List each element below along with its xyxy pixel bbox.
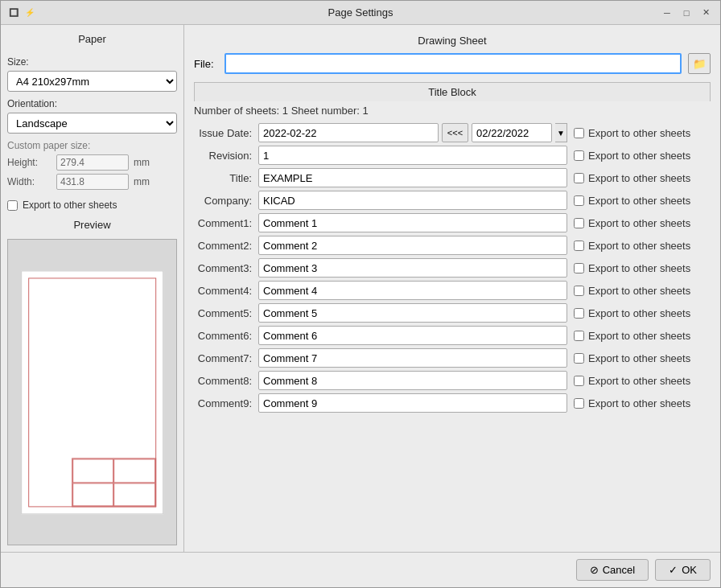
right-panel: Drawing Sheet File: 📁 Title Block Number… (184, 25, 720, 552)
export-checkbox-2[interactable] (574, 173, 584, 183)
field-label-9: Comment6: (194, 330, 252, 342)
left-export-label: Export to other sheets (23, 199, 117, 211)
ok-button[interactable]: ✓ OK (655, 559, 711, 581)
custom-size-section: Custom paper size: Height: mm Width: mm (7, 140, 177, 190)
close-button[interactable]: ✕ (698, 5, 714, 21)
field-label-5: Comment2: (194, 240, 252, 252)
field-input-11[interactable] (258, 371, 567, 390)
export-label-12: Export to other sheets (574, 397, 711, 409)
field-input-1[interactable] (258, 146, 567, 165)
orientation-select[interactable]: Landscape Portrait (7, 113, 177, 134)
field-input-3[interactable] (258, 191, 567, 210)
field-label-7: Comment4: (194, 285, 252, 297)
titlebar-buttons: ─ □ ✕ (659, 5, 714, 21)
height-unit: mm (134, 157, 150, 168)
field-row-11: Comment8:Export to other sheets (194, 371, 711, 390)
cancel-label: Cancel (603, 564, 635, 576)
main-content: Paper Size: A4 210x297mm A3 297x420mm A2… (1, 25, 720, 552)
export-checkbox-3[interactable] (574, 195, 584, 206)
field-input-8[interactable] (258, 303, 567, 323)
export-checkbox-7[interactable] (574, 286, 584, 296)
export-checkbox-0[interactable] (574, 128, 584, 138)
export-checkbox-11[interactable] (574, 376, 584, 386)
export-checkbox-1[interactable] (574, 150, 584, 161)
width-input[interactable] (56, 174, 129, 190)
field-input-6[interactable] (258, 258, 567, 278)
size-label: Size: (7, 56, 177, 68)
orientation-row: Orientation: Landscape Portrait (7, 98, 177, 134)
width-label: Width: (7, 176, 52, 187)
file-row: File: 📁 (194, 53, 711, 74)
field-row-5: Comment2:Export to other sheets (194, 236, 711, 255)
export-checkbox-4[interactable] (574, 218, 584, 228)
field-label-3: Company: (194, 195, 252, 207)
export-label-6: Export to other sheets (574, 262, 711, 274)
minimize-button[interactable]: ─ (659, 5, 675, 21)
field-row-1: Revision:Export to other sheets (194, 146, 711, 165)
folder-icon: 📁 (693, 58, 707, 70)
titlebar: 🔲 ⚡ Page Settings ─ □ ✕ (1, 1, 720, 25)
field-input-9[interactable] (258, 326, 567, 345)
maximize-button[interactable]: □ (678, 5, 694, 21)
export-label-5: Export to other sheets (574, 240, 711, 252)
export-label-9: Export to other sheets (574, 330, 711, 342)
field-input-12[interactable] (258, 393, 567, 413)
field-label-1: Revision: (194, 150, 252, 162)
field-label-8: Comment5: (194, 307, 252, 319)
title-block-header: Title Block (194, 82, 711, 101)
field-input-10[interactable] (258, 348, 567, 368)
field-row-0: Issue Date:<<<▼Export to other sheets (194, 123, 711, 142)
export-label-7: Export to other sheets (574, 285, 711, 297)
export-label-11: Export to other sheets (574, 375, 711, 387)
field-row-8: Comment5:Export to other sheets (194, 303, 711, 323)
size-select[interactable]: A4 210x297mm A3 297x420mm A2 420x594mm L… (7, 71, 177, 92)
field-input-7[interactable] (258, 281, 567, 300)
preview-cell-2 (114, 459, 156, 483)
field-row-2: Title:Export to other sheets (194, 168, 711, 187)
file-browse-button[interactable]: 📁 (688, 53, 711, 74)
height-label: Height: (7, 157, 52, 168)
field-label-4: Comment1: (194, 217, 252, 229)
field-row-12: Comment9:Export to other sheets (194, 393, 711, 413)
size-row: Size: A4 210x297mm A3 297x420mm A2 420x5… (7, 56, 177, 92)
cancel-button[interactable]: ⊘ Cancel (576, 559, 649, 581)
field-row-9: Comment6:Export to other sheets (194, 326, 711, 345)
export-checkbox-6[interactable] (574, 263, 584, 273)
dialog: 🔲 ⚡ Page Settings ─ □ ✕ Paper Size: A4 2… (0, 0, 721, 588)
cancel-icon: ⊘ (590, 564, 599, 576)
preview-inner (21, 270, 164, 514)
field-label-12: Comment9: (194, 397, 252, 409)
export-label-2: Export to other sheets (574, 172, 711, 184)
export-checkbox-5[interactable] (574, 241, 584, 251)
preview-cell-4 (114, 483, 156, 506)
file-input[interactable] (225, 53, 682, 74)
app-icon-1: 🔲 (7, 6, 20, 19)
dialog-title: Page Settings (328, 6, 393, 19)
left-export-row: Export to other sheets (7, 199, 177, 211)
export-checkbox-9[interactable] (574, 331, 584, 341)
field-label-0: Issue Date: (194, 127, 252, 139)
height-input[interactable] (56, 154, 129, 171)
export-label-4: Export to other sheets (574, 217, 711, 229)
date-dropdown-button-0[interactable]: ▼ (555, 123, 567, 142)
preview-title-block (72, 458, 156, 507)
date-input-0[interactable] (258, 123, 439, 142)
export-checkbox-10[interactable] (574, 353, 584, 364)
field-label-6: Comment3: (194, 262, 252, 274)
field-row-7: Comment4:Export to other sheets (194, 281, 711, 300)
height-row: Height: mm (7, 154, 177, 171)
left-export-checkbox[interactable] (7, 200, 18, 211)
field-input-5[interactable] (258, 236, 567, 255)
field-label-11: Comment8: (194, 375, 252, 387)
date-picker-button-0[interactable]: <<< (442, 123, 468, 142)
field-input-2[interactable] (258, 168, 567, 187)
field-row-3: Company:Export to other sheets (194, 191, 711, 210)
preview-cell-3 (72, 483, 114, 506)
preview-section: Preview (7, 217, 177, 545)
export-checkbox-12[interactable] (574, 398, 584, 409)
preview-header: Preview (7, 217, 177, 236)
export-checkbox-8[interactable] (574, 308, 584, 319)
date-group-0: <<<▼ (258, 123, 567, 142)
date-display-0[interactable] (472, 123, 552, 142)
field-input-4[interactable] (258, 213, 567, 232)
